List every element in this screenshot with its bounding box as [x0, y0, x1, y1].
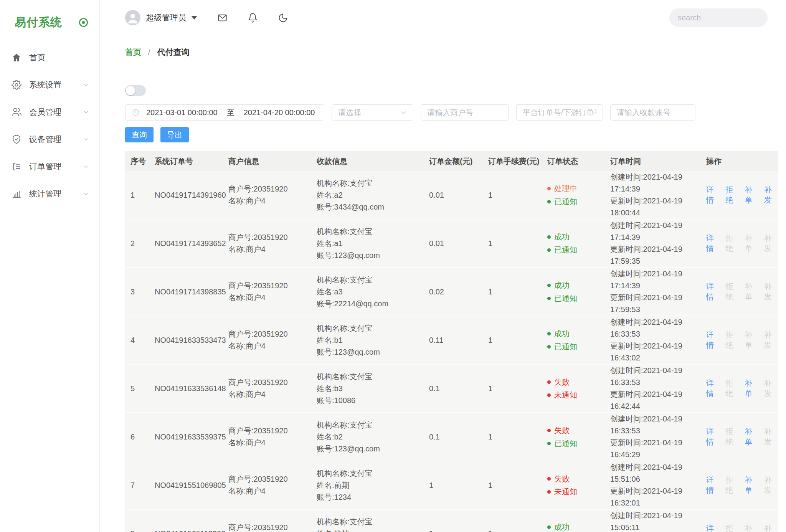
action-detail[interactable]: 详情	[706, 185, 720, 205]
sidebar-item-order-management[interactable]: 订单管理	[0, 153, 99, 180]
amount-cell: 0.11	[426, 334, 484, 346]
status-label: 失败	[554, 375, 570, 388]
payee-line: 姓名:a3	[317, 286, 426, 298]
status-cell: 失败未通知	[544, 375, 606, 401]
status-dot	[547, 380, 551, 384]
payee-line: 账号:3434@qq.com	[317, 201, 426, 213]
merchant-info-cell: 商户号:20351920名称:商户4	[228, 522, 317, 532]
sidebar-item-home[interactable]: 首页	[0, 44, 99, 71]
merchant-info-cell: 商户号:20351920名称:商户4	[228, 473, 317, 497]
action-reject: 拒绝	[725, 523, 740, 532]
target-collapse-icon[interactable]	[78, 17, 89, 28]
payee-line: 姓名:a1	[317, 238, 426, 249]
global-search	[669, 8, 768, 27]
order-fee: 1	[488, 528, 544, 532]
action-reorder[interactable]: 补单	[745, 185, 759, 205]
merchant-line: 商户号:20351920	[228, 425, 317, 437]
gear-icon	[12, 80, 21, 90]
actions-cell: 详情拒绝补单补发	[706, 523, 778, 532]
breadcrumb-home-link[interactable]: 首页	[125, 48, 141, 56]
avatar[interactable]	[125, 10, 140, 25]
merchant-info-cell: 商户号:20351920名称:商户4	[228, 231, 317, 255]
payee-line: 姓名:b2	[317, 431, 426, 443]
status-dot	[547, 393, 551, 397]
order-amount: 0.01	[429, 238, 484, 249]
chevron-down-icon	[83, 163, 89, 170]
action-detail[interactable]: 详情	[706, 330, 720, 350]
sidebar-item-member-management[interactable]: 会员管理	[0, 98, 99, 126]
status-dot	[547, 490, 551, 494]
time-line: 创建时间:2021-04-19 15:51:06	[610, 461, 706, 485]
amount-cell: 0.1	[426, 383, 484, 395]
orders-table: 序号系统订单号商户信息收款信息订单金额(元)订单手续费(元)订单状态订单时间操作…	[125, 151, 778, 532]
order-no-input[interactable]	[523, 108, 596, 117]
fee-cell: 1	[484, 431, 544, 443]
fee-cell: 1	[484, 334, 544, 346]
status-dot	[547, 200, 551, 203]
action-reorder[interactable]: 补单	[745, 475, 759, 496]
table-header-row: 序号系统订单号商户信息收款信息订单金额(元)订单手续费(元)订单状态订单时间操作	[125, 151, 778, 171]
fee-cell: 1	[484, 286, 544, 298]
time-line: 创建时间:2021-04-19 17:14:39	[610, 171, 706, 195]
action-detail[interactable]: 详情	[706, 523, 720, 532]
search-input[interactable]	[678, 13, 779, 22]
status-dot	[547, 442, 551, 445]
fee-cell: 1	[484, 383, 544, 395]
status-badge: 已通知	[547, 292, 606, 305]
status-label: 未通知	[554, 388, 577, 401]
action-reorder: 补单	[745, 233, 759, 254]
payee-info-cell: 机构名称:支付宝姓名:b1账号:123@qq.com	[317, 322, 426, 358]
payee-line: 机构名称:支付宝	[317, 322, 426, 334]
action-links: 详情拒绝补单补发	[706, 233, 778, 254]
main-area: 超级管理员	[100, 0, 786, 532]
status-dot	[547, 429, 551, 432]
sidebar-item-label: 订单管理	[29, 161, 83, 172]
action-detail[interactable]: 详情	[706, 281, 720, 302]
sidebar-item-device-management[interactable]: 设备管理	[0, 126, 99, 153]
mail-icon[interactable]	[217, 13, 228, 23]
time-line: 更新时间:2021-04-19 18:00:44	[610, 195, 706, 219]
row-index: 7	[130, 479, 155, 491]
payee-account-input[interactable]	[617, 108, 689, 117]
sidebar-item-label: 系统设置	[29, 79, 83, 90]
action-resend: 补发	[764, 233, 778, 254]
sidebar-item-label: 首页	[29, 52, 83, 63]
action-detail[interactable]: 详情	[706, 233, 720, 254]
moon-icon[interactable]	[278, 13, 288, 23]
action-detail[interactable]: 详情	[706, 378, 720, 399]
amount-cell: 0.1	[426, 431, 484, 443]
table-row: 2NO04191714393652商户号:20351920名称:商户4机构名称:…	[125, 220, 778, 268]
action-reorder[interactable]: 补单	[745, 426, 759, 447]
order-no: NO04191551069805	[155, 479, 228, 491]
column-header: 订单时间	[606, 156, 706, 167]
order-no: NO04191714398835	[155, 286, 228, 298]
order-amount: 0.11	[429, 334, 484, 346]
order-no: NO04191714393652	[155, 238, 228, 249]
export-button[interactable]: 导出	[160, 127, 189, 142]
sidebar-item-system-settings[interactable]: 系统设置	[0, 71, 99, 98]
user-dropdown[interactable]: 超级管理员	[125, 10, 197, 25]
payee-line: 机构名称:支付宝	[317, 419, 426, 431]
app-logo: 易付系统	[15, 15, 62, 30]
home-icon	[12, 53, 21, 63]
status-badge: 已通知	[547, 340, 606, 353]
status-cell: 成功已通知	[544, 327, 606, 353]
action-resend[interactable]: 补发	[764, 185, 778, 205]
payee-line: 账号:1234	[317, 491, 426, 503]
order-no-cell: NO04191505110006	[155, 528, 228, 532]
action-detail[interactable]: 详情	[706, 426, 720, 447]
action-detail[interactable]: 详情	[706, 475, 720, 496]
filter-toggle-switch[interactable]	[125, 85, 146, 96]
merchant-no-input[interactable]	[427, 108, 502, 117]
chart-icon	[12, 189, 21, 199]
amount-cell: 0.01	[426, 238, 484, 249]
status-dot	[547, 248, 551, 252]
status-dot	[547, 187, 551, 190]
sidebar-item-statistics-management[interactable]: 统计管理	[0, 180, 99, 207]
query-button[interactable]: 查询	[125, 127, 154, 142]
bell-icon[interactable]	[248, 13, 258, 23]
action-reorder[interactable]: 补单	[745, 378, 759, 399]
action-reject[interactable]: 拒绝	[725, 185, 740, 205]
status-select[interactable]: 请选择	[332, 104, 413, 121]
date-range-picker[interactable]: 2021-03-01 00:00:00 至 2021-04-20 00:00:0…	[125, 104, 324, 121]
